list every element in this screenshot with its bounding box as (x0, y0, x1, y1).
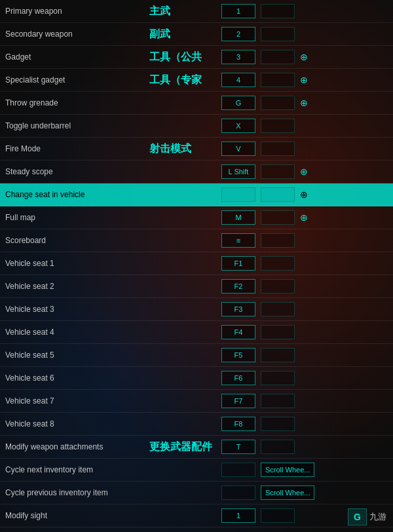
keybind-row-0[interactable]: Primary weapon主武1 (0, 0, 393, 23)
keybind-row-10[interactable]: Scoreboard≡ (0, 229, 393, 252)
keybind-row-14[interactable]: Vehicle seat 4F4 (0, 321, 393, 344)
key-section-7: L Shift⊕ (221, 164, 388, 179)
row-label-14: Vehicle seat 4 (5, 328, 149, 337)
key1-17[interactable]: F7 (221, 394, 255, 408)
key-section-9: M⊕ (221, 210, 388, 225)
keybind-row-16[interactable]: Vehicle seat 6F6 (0, 367, 393, 390)
key1-0[interactable]: 1 (221, 4, 255, 18)
key1-1[interactable]: 2 (221, 27, 255, 41)
key1-21[interactable] (221, 485, 255, 500)
key1-9[interactable]: M (221, 210, 255, 225)
keybind-row-2[interactable]: Gadget工具（公共3⊕ (0, 46, 393, 69)
row-label-1: Secondary weapon (5, 29, 149, 39)
keybind-row-8[interactable]: Change seat in vehicle⊕ (0, 183, 393, 206)
row-icon-7: ⊕ (300, 166, 308, 177)
key-section-5: X (221, 119, 388, 133)
key2-8[interactable] (261, 187, 295, 202)
key2-6[interactable] (261, 142, 295, 156)
key2-13[interactable] (261, 302, 295, 316)
key-section-15: F5 (221, 348, 388, 362)
keybind-row-15[interactable]: Vehicle seat 5F5 (0, 344, 393, 367)
key2-15[interactable] (261, 348, 295, 362)
key2-14[interactable] (261, 325, 295, 339)
row-chinese-1: 副武 (149, 28, 221, 41)
key1-12[interactable]: F2 (221, 279, 255, 294)
key1-16[interactable]: F6 (221, 371, 255, 385)
row-label-6: Fire Mode (5, 144, 149, 153)
key-section-16: F6 (221, 371, 388, 385)
key2-22[interactable] (261, 508, 295, 523)
key2-12[interactable] (261, 279, 295, 294)
key1-5[interactable]: X (221, 119, 255, 133)
row-label-11: Vehicle seat 1 (5, 259, 149, 268)
logo-text: 九游 (369, 511, 386, 523)
key2-3[interactable] (261, 73, 295, 87)
keybind-row-21[interactable]: Cycle previous inventory itemScroll Whee… (0, 482, 393, 504)
key2-4[interactable] (261, 96, 295, 110)
keybind-row-12[interactable]: Vehicle seat 2F2 (0, 275, 393, 298)
keybind-row-9[interactable]: Full mapM⊕ (0, 206, 393, 229)
key2-7[interactable] (261, 164, 295, 179)
keybind-list: Primary weapon主武1Secondary weapon副武2Gadg… (0, 0, 393, 532)
key-section-3: 4⊕ (221, 73, 388, 87)
key1-18[interactable]: F8 (221, 417, 255, 431)
key1-6[interactable]: V (221, 142, 255, 156)
key2-21[interactable]: Scroll Whee... (261, 485, 314, 500)
row-label-22: Modify sight (5, 511, 149, 520)
key2-10[interactable] (261, 233, 295, 248)
key1-8[interactable] (221, 187, 255, 202)
row-label-2: Gadget (5, 52, 149, 62)
keybind-row-22[interactable]: Modify sight1 (0, 504, 393, 527)
row-label-9: Full map (5, 213, 149, 222)
keybind-row-6[interactable]: Fire Mode射击模式V (0, 138, 393, 161)
key-section-11: F1 (221, 256, 388, 271)
key2-17[interactable] (261, 394, 295, 408)
key1-13[interactable]: F3 (221, 302, 255, 316)
keybind-row-4[interactable]: Throw grenadeG⊕ (0, 92, 393, 115)
key1-10[interactable]: ≡ (221, 233, 255, 248)
key-section-10: ≡ (221, 233, 388, 248)
row-chinese-6: 射击模式 (149, 142, 221, 156)
row-label-0: Primary weapon (5, 7, 149, 16)
key2-5[interactable] (261, 119, 295, 133)
key2-16[interactable] (261, 371, 295, 385)
keybind-row-20[interactable]: Cycle next inventory itemScroll Whee... (0, 459, 393, 482)
key1-7[interactable]: L Shift (221, 164, 255, 179)
key1-3[interactable]: 4 (221, 73, 255, 87)
key1-15[interactable]: F5 (221, 348, 255, 362)
keybind-row-11[interactable]: Vehicle seat 1F1 (0, 252, 393, 275)
keybind-row-7[interactable]: Steady scopeL Shift⊕ (0, 161, 393, 183)
key1-22[interactable]: 1 (221, 508, 255, 523)
key1-14[interactable]: F4 (221, 325, 255, 339)
key2-18[interactable] (261, 417, 295, 431)
keybind-row-3[interactable]: Specialist gadget工具（专家4⊕ (0, 69, 393, 92)
keybind-row-17[interactable]: Vehicle seat 7F7 (0, 390, 393, 413)
row-icon-3: ⊕ (300, 75, 308, 85)
keybind-row-18[interactable]: Vehicle seat 8F8 (0, 413, 393, 436)
row-icon-4: ⊕ (300, 98, 308, 108)
row-icon-8: ⊕ (300, 189, 308, 200)
key-section-8: ⊕ (221, 187, 388, 202)
key1-4[interactable]: G (221, 96, 255, 110)
row-icon-9: ⊕ (300, 212, 308, 223)
key2-1[interactable] (261, 27, 295, 41)
key2-9[interactable] (261, 210, 295, 225)
row-chinese-2: 工具（公共 (149, 50, 221, 64)
keybind-row-5[interactable]: Toggle underbarrelX (0, 115, 393, 138)
key1-19[interactable]: T (221, 440, 255, 454)
key2-2[interactable] (261, 50, 295, 64)
key-section-21: Scroll Whee... (221, 485, 388, 500)
row-label-3: Specialist gadget (5, 75, 149, 85)
key2-11[interactable] (261, 256, 295, 271)
key1-2[interactable]: 3 (221, 50, 255, 64)
keybind-row-1[interactable]: Secondary weapon副武2 (0, 23, 393, 46)
row-label-13: Vehicle seat 3 (5, 305, 149, 314)
keybind-row-13[interactable]: Vehicle seat 3F3 (0, 298, 393, 321)
key1-11[interactable]: F1 (221, 256, 255, 271)
key2-19[interactable] (261, 440, 295, 454)
key2-20[interactable]: Scroll Whee... (261, 463, 314, 477)
keybind-row-19[interactable]: Modify weapon attachments更换武器配件T (0, 436, 393, 459)
row-label-21: Cycle previous inventory item (5, 488, 149, 497)
key1-20[interactable] (221, 463, 255, 477)
key2-0[interactable] (261, 4, 295, 18)
